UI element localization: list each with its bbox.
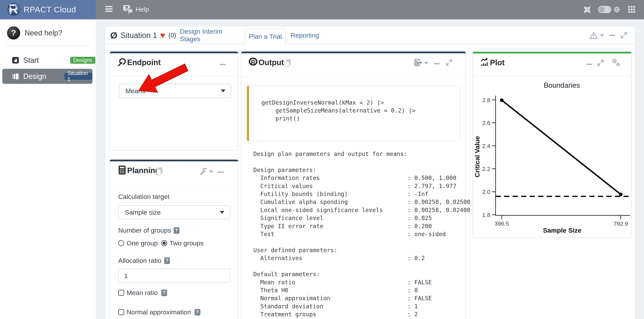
wrench-icon[interactable] xyxy=(200,168,207,175)
collapse-endpoint-icon[interactable] xyxy=(220,64,226,65)
endpoint-card: Endpoint Means xyxy=(110,51,238,150)
code-block-text: getDesignInverseNormal(kMax = 2) |> getS… xyxy=(262,99,460,122)
situation-title: Situation 1 xyxy=(120,31,157,40)
svg-text:2.6: 2.6 xyxy=(482,120,490,126)
sidebar-toggle-icon[interactable] xyxy=(105,6,113,13)
caret-down-icon[interactable] xyxy=(424,62,428,64)
svg-text:2.4: 2.4 xyxy=(482,143,490,149)
allocation-ratio-label: Allocation ratio ? xyxy=(118,257,170,264)
svg-text:396.5: 396.5 xyxy=(494,220,509,227)
topbar: R PACT Cloud RPACT Cloud ? Help xyxy=(0,0,644,19)
svg-text:Sample Size: Sample Size xyxy=(543,227,582,234)
endpoint-icon xyxy=(118,58,126,66)
chart-icon xyxy=(481,58,489,66)
radio-two-groups[interactable] xyxy=(161,240,167,246)
maximize-panel-icon[interactable] xyxy=(620,31,628,39)
main-content: Ø Situation 1 ♥ (0) Design Interim Stage… xyxy=(96,19,644,319)
tab-plan-a-trial[interactable]: Plan a Trial xyxy=(245,28,286,44)
brand-title: RPACT Cloud xyxy=(24,5,76,14)
svg-text:1.8: 1.8 xyxy=(482,212,490,218)
plot-card-title: Plot xyxy=(490,58,505,67)
svg-text:2.8: 2.8 xyxy=(482,97,490,103)
empty-set-icon: Ø xyxy=(110,30,118,41)
endpoint-dropdown[interactable]: Means xyxy=(119,84,231,98)
calculation-target-label: Calculation target xyxy=(118,193,170,200)
maximize-output-icon[interactable] xyxy=(445,58,453,67)
tab-label: Reporting xyxy=(290,31,319,39)
sidebar-item-design[interactable]: Design Situation 1 xyxy=(2,69,92,84)
favorites-count: (0) xyxy=(168,31,176,39)
planning-card: Planning Calculation target Sample size xyxy=(110,160,238,319)
heart-icon[interactable]: ♥ xyxy=(160,31,165,39)
boundaries-chart: Boundaries1.82.02.22.42.62.8396.5792.9Sa… xyxy=(474,79,632,237)
collapse-plot-icon[interactable] xyxy=(586,64,592,65)
sidebar-item-start[interactable]: Start Designs xyxy=(2,53,92,68)
svg-text:792.9: 792.9 xyxy=(614,220,628,227)
warning-icon[interactable] xyxy=(589,31,598,40)
toggle-knob xyxy=(599,6,605,12)
copy-icon[interactable] xyxy=(156,167,164,175)
sun-icon[interactable] xyxy=(612,5,621,14)
collapse-planning-icon[interactable] xyxy=(218,172,224,173)
calculation-target-value: Sample size xyxy=(125,209,161,216)
r-logo-icon: R xyxy=(248,57,258,67)
planning-card-title: Planning xyxy=(127,166,160,175)
endpoint-dropdown-value: Means xyxy=(126,87,145,95)
maximize-plot-icon[interactable] xyxy=(596,59,605,67)
svg-text:R: R xyxy=(251,59,255,66)
start-icon xyxy=(12,57,19,64)
minimize-panel-icon[interactable] xyxy=(609,35,615,36)
caret-down-icon[interactable] xyxy=(600,34,604,37)
help-badge-icon[interactable]: ? xyxy=(164,257,170,264)
rpact-logo[interactable]: R PACT Cloud xyxy=(7,2,20,16)
chevron-down-icon xyxy=(221,89,226,92)
radio-one-group[interactable] xyxy=(118,240,124,246)
normal-approximation-checkbox[interactable] xyxy=(118,309,124,315)
export-icon[interactable] xyxy=(414,58,422,67)
dark-mode-toggle[interactable] xyxy=(598,6,611,13)
grid-icon[interactable] xyxy=(628,5,636,14)
card-divider xyxy=(242,77,466,77)
question-circle-icon: ? xyxy=(7,26,20,39)
svg-text:2.0: 2.0 xyxy=(482,189,490,195)
output-card: R Output xyxy=(241,51,466,319)
gears-icon[interactable] xyxy=(611,58,621,68)
help-button[interactable]: ? Help xyxy=(123,4,149,14)
mean-ratio-row: Mean ratio ? xyxy=(118,289,167,297)
mean-ratio-checkbox[interactable] xyxy=(118,290,124,296)
calculation-target-dropdown[interactable]: Sample size xyxy=(118,205,230,219)
help-badge-icon[interactable]: ? xyxy=(161,290,167,296)
checkbox-label: Normal approximation xyxy=(126,308,191,316)
need-help-label: Need help? xyxy=(24,29,62,37)
tab-design-interim-stages[interactable]: Design Interim Stages xyxy=(180,26,242,44)
tab-label: Design Interim Stages xyxy=(180,28,242,43)
situation-badge: Situation 1 xyxy=(64,73,92,80)
sidebar: ? Need help? Start Designs Design Situat… xyxy=(0,19,96,319)
radio-label: Two groups xyxy=(170,239,204,247)
radio-label: One group xyxy=(126,239,158,247)
tab-reporting[interactable]: Reporting xyxy=(286,26,323,44)
caret-down-icon[interactable] xyxy=(209,170,213,173)
panel-title: Ø Situation 1 ♥ (0) xyxy=(110,26,176,44)
output-card-title: Output xyxy=(258,58,284,67)
need-help-link[interactable]: ? Need help? xyxy=(0,24,96,45)
output-text: Design plan parameters and output for me… xyxy=(253,150,470,319)
r-code-block: getDesignInverseNormal(kMax = 2) |> getS… xyxy=(247,85,460,141)
situation-panel: Ø Situation 1 ♥ (0) Design Interim Stage… xyxy=(105,26,635,319)
card-divider xyxy=(110,75,238,76)
number-of-groups-label: Number of groups ? xyxy=(118,227,180,234)
svg-text:Critical Value: Critical Value xyxy=(474,136,481,177)
tab-label: Plan a Trial xyxy=(249,33,282,40)
design-icon xyxy=(12,72,20,80)
svg-text:Boundaries: Boundaries xyxy=(544,81,580,89)
plot-card: Plot Boundaries1.82.02.22.42.62.8396.579… xyxy=(472,52,632,238)
collapse-output-icon[interactable] xyxy=(434,63,440,64)
help-badge-icon[interactable]: ? xyxy=(194,309,200,316)
card-divider xyxy=(473,75,631,76)
groups-radio-row: One group Two groups xyxy=(118,239,207,247)
allocation-ratio-input[interactable] xyxy=(118,269,230,283)
copy-icon[interactable] xyxy=(284,59,292,67)
help-badge-icon[interactable]: ? xyxy=(174,227,180,234)
rpact-logo-text2: Cloud xyxy=(8,12,19,16)
fullscreen-icon[interactable] xyxy=(583,5,592,14)
